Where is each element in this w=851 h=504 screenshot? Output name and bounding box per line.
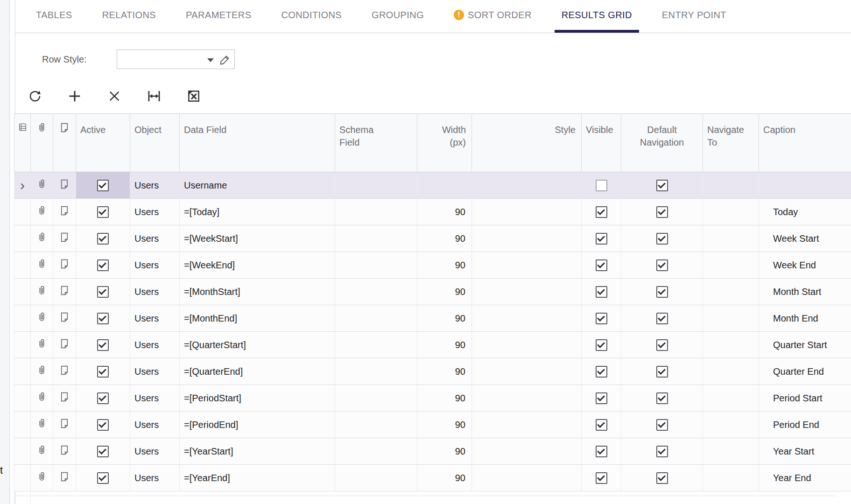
style-cell[interactable] <box>472 438 582 465</box>
default-navigation-checkbox[interactable] <box>656 180 668 191</box>
tab-entry-point[interactable]: ENTRY POINT <box>655 0 733 33</box>
visible-cell[interactable] <box>582 305 621 332</box>
width-cell[interactable]: 90 <box>417 465 472 491</box>
data-field-cell[interactable]: Username <box>180 172 335 199</box>
default-navigation-checkbox[interactable] <box>656 366 668 378</box>
object-cell[interactable]: Users <box>130 412 180 438</box>
active-cell[interactable] <box>76 438 130 465</box>
width-cell[interactable]: 90 <box>417 438 472 465</box>
style-cell[interactable] <box>472 305 582 332</box>
navigate-to-cell[interactable] <box>703 465 759 491</box>
row-selector-cell[interactable]: › <box>14 305 31 332</box>
header-style[interactable]: Style <box>472 114 582 172</box>
note-cell[interactable] <box>53 438 76 465</box>
width-cell[interactable]: 90 <box>417 252 472 279</box>
row-style-combobox[interactable] <box>117 49 235 69</box>
visible-cell[interactable] <box>582 199 621 225</box>
default-navigation-checkbox[interactable] <box>656 446 668 457</box>
dropdown-arrow-icon[interactable] <box>207 58 214 62</box>
active-cell[interactable] <box>76 225 130 252</box>
schema-field-cell[interactable] <box>335 465 417 491</box>
width-cell[interactable]: 90 <box>417 199 472 225</box>
object-cell[interactable]: Users <box>130 465 180 491</box>
object-cell[interactable]: Users <box>130 332 180 358</box>
visible-checkbox[interactable] <box>596 233 607 245</box>
default-navigation-checkbox[interactable] <box>656 339 668 351</box>
default-navigation-checkbox[interactable] <box>656 419 668 431</box>
header-attachments[interactable] <box>31 114 53 172</box>
object-cell[interactable]: Users <box>130 438 180 465</box>
delete-row-button[interactable] <box>105 87 123 105</box>
note-cell[interactable] <box>53 279 76 305</box>
active-cell[interactable] <box>76 172 130 199</box>
object-cell[interactable]: Users <box>130 199 180 225</box>
width-cell[interactable]: 90 <box>417 385 472 412</box>
active-cell[interactable] <box>76 412 130 438</box>
header-notes[interactable] <box>53 114 76 172</box>
active-checkbox[interactable] <box>97 366 109 378</box>
refresh-button[interactable] <box>26 87 44 105</box>
object-cell[interactable]: Users <box>130 305 180 332</box>
active-cell[interactable] <box>76 252 130 279</box>
header-schema-field[interactable]: Schema Field <box>335 114 417 172</box>
object-cell[interactable]: Users <box>130 358 180 385</box>
caption-cell[interactable]: Month Start <box>759 279 851 305</box>
visible-cell[interactable] <box>582 385 621 412</box>
width-cell[interactable]: 90 <box>417 305 472 332</box>
navigate-to-cell[interactable] <box>703 252 759 279</box>
default-navigation-cell[interactable] <box>621 465 703 491</box>
default-navigation-cell[interactable] <box>621 385 703 412</box>
visible-checkbox[interactable] <box>596 339 607 351</box>
style-cell[interactable] <box>472 199 582 225</box>
schema-field-cell[interactable] <box>335 252 417 279</box>
schema-field-cell[interactable] <box>335 385 417 412</box>
data-field-cell[interactable]: =[WeekStart] <box>180 225 335 252</box>
visible-checkbox[interactable] <box>596 472 607 484</box>
navigate-to-cell[interactable] <box>703 279 759 305</box>
width-cell[interactable]: 90 <box>417 225 472 252</box>
visible-cell[interactable] <box>582 252 621 279</box>
pencil-icon[interactable] <box>218 53 232 66</box>
row-selector-cell[interactable]: › <box>14 465 31 491</box>
default-navigation-cell[interactable] <box>621 199 703 225</box>
navigate-to-cell[interactable] <box>703 225 759 252</box>
data-field-cell[interactable]: =[WeekEnd] <box>180 252 335 279</box>
default-navigation-cell[interactable] <box>621 252 703 279</box>
tab-relations[interactable]: RELATIONS <box>95 0 163 33</box>
style-cell[interactable] <box>472 172 582 199</box>
navigate-to-cell[interactable] <box>703 172 759 199</box>
header-object[interactable]: Object <box>130 114 180 172</box>
active-cell[interactable] <box>76 465 130 491</box>
navigate-to-cell[interactable] <box>703 438 759 465</box>
caption-cell[interactable]: Month End <box>759 305 851 332</box>
note-cell[interactable] <box>53 305 76 332</box>
object-cell[interactable]: Users <box>130 225 180 252</box>
data-field-cell[interactable]: =[MonthStart] <box>180 279 335 305</box>
active-cell[interactable] <box>76 358 130 385</box>
row-selector-cell[interactable]: › <box>14 385 31 412</box>
header-active[interactable]: Active <box>76 114 130 172</box>
width-cell[interactable]: 90 <box>417 279 472 305</box>
visible-cell[interactable] <box>582 438 621 465</box>
schema-field-cell[interactable] <box>335 438 417 465</box>
note-cell[interactable] <box>53 225 76 252</box>
object-cell[interactable]: Users <box>130 279 180 305</box>
default-navigation-checkbox[interactable] <box>656 233 668 245</box>
default-navigation-cell[interactable] <box>621 279 703 305</box>
default-navigation-checkbox[interactable] <box>656 206 668 218</box>
row-selector-cell[interactable]: › <box>14 199 31 225</box>
active-checkbox[interactable] <box>97 446 109 457</box>
schema-field-cell[interactable] <box>335 332 417 358</box>
default-navigation-checkbox[interactable] <box>656 313 668 324</box>
visible-checkbox[interactable] <box>596 313 607 324</box>
style-cell[interactable] <box>472 465 582 491</box>
tab-results-grid[interactable]: RESULTS GRID <box>555 0 639 33</box>
note-cell[interactable] <box>53 332 76 358</box>
header-navigate-to[interactable]: Navigate To <box>703 114 759 172</box>
fit-column-width-button[interactable] <box>145 87 163 105</box>
default-navigation-cell[interactable] <box>621 332 703 358</box>
active-checkbox[interactable] <box>97 313 109 324</box>
data-field-cell[interactable]: =[MonthEnd] <box>180 305 335 332</box>
data-field-cell[interactable]: =[YearEnd] <box>180 465 335 491</box>
default-navigation-cell[interactable] <box>621 438 703 465</box>
